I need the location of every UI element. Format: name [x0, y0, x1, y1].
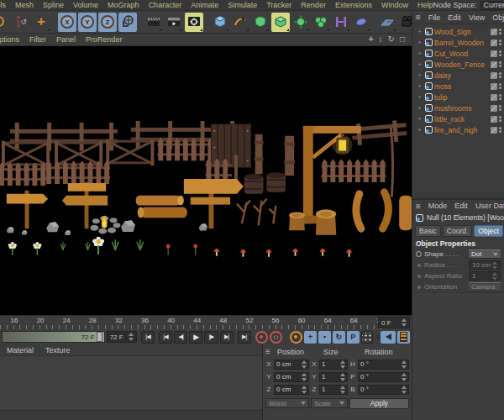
position-z-field[interactable]: 0 cm	[274, 385, 309, 395]
dolly-view-icon[interactable]: ↕	[379, 34, 383, 45]
object-row[interactable]: +Wood_Sign	[412, 26, 504, 37]
size-z-field[interactable]: 1	[319, 385, 348, 395]
expand-icon[interactable]: +	[416, 93, 423, 101]
go-to-start-button[interactable]: |◀	[141, 331, 155, 344]
menu-simulate[interactable]: Simulate	[228, 1, 257, 9]
texture-menu[interactable]: Texture	[45, 346, 71, 354]
previous-frame-button[interactable]: ◀|	[174, 331, 187, 344]
make-preview-button[interactable]	[397, 331, 410, 344]
menu-help[interactable]: Help	[417, 1, 433, 9]
menu-volume[interactable]: Volume	[73, 1, 98, 9]
timeline-ruler[interactable]: 16 20 24 28 32 36 40 44 48 52 56 60 64 6…	[0, 315, 412, 329]
layer-toggle-icon[interactable]	[491, 29, 497, 35]
spline-pen-button[interactable]	[231, 13, 249, 32]
size-y-field[interactable]: 1	[319, 372, 348, 382]
hamburger-icon[interactable]: ≡	[265, 347, 277, 356]
field-button[interactable]	[332, 13, 350, 32]
layer-toggle-icon[interactable]	[491, 83, 497, 90]
om-menu-objects[interactable]: Objects	[492, 13, 504, 22]
coordinate-space-dropdown[interactable]: World	[265, 398, 309, 408]
next-frame-button[interactable]: |▶	[204, 331, 218, 344]
stepper-icon[interactable]	[302, 360, 307, 369]
visibility-dots-icon[interactable]	[499, 29, 502, 35]
object-row[interactable]: +daisy	[412, 70, 504, 81]
position-record-toggle[interactable]: +	[304, 331, 317, 344]
pan-view-icon[interactable]: +	[369, 34, 374, 45]
layer-toggle-icon[interactable]	[491, 116, 497, 123]
rotation-record-toggle[interactable]: ↻	[333, 331, 345, 344]
stepper-icon[interactable]	[402, 386, 407, 394]
tab-coord[interactable]: Coord.	[443, 225, 473, 237]
expand-icon[interactable]: +	[416, 28, 423, 35]
visibility-dots-icon[interactable]	[499, 39, 502, 46]
lock-z-axis-button[interactable]: Z	[98, 13, 117, 32]
expand-icon[interactable]: +	[416, 39, 423, 46]
position-y-field[interactable]: 0 cm	[274, 372, 309, 382]
layer-toggle-icon[interactable]	[491, 127, 497, 134]
stepper-icon[interactable]	[302, 386, 307, 394]
viewport-menu-panel[interactable]: Panel	[56, 35, 76, 44]
expand-icon[interactable]: +	[416, 50, 423, 57]
hamburger-icon[interactable]: ≡	[416, 202, 421, 211]
record-keyframe-button[interactable]	[255, 331, 268, 344]
viewport-menu-options[interactable]: Options	[0, 35, 19, 44]
stepper-icon[interactable]	[402, 360, 407, 369]
stepper-icon[interactable]	[340, 386, 345, 394]
volume-button[interactable]	[312, 13, 330, 32]
material-menu[interactable]: Material	[7, 346, 34, 354]
layer-toggle-icon[interactable]	[491, 61, 497, 68]
rotation-h-field[interactable]: 0 °	[358, 360, 409, 370]
om-menu-edit[interactable]: Edit	[448, 13, 461, 22]
sound-toggle[interactable]	[381, 331, 396, 344]
render-view-button[interactable]	[144, 13, 163, 32]
menu-render[interactable]: Render	[301, 1, 326, 9]
om-menu-file[interactable]: File	[428, 13, 441, 22]
object-row[interactable]: +Wooden_Fence	[412, 59, 504, 70]
visibility-dots-icon[interactable]	[499, 116, 502, 123]
generator-button[interactable]	[271, 13, 290, 32]
hamburger-icon[interactable]: ≡	[416, 13, 421, 22]
maximize-view-icon[interactable]: □	[400, 34, 405, 45]
size-x-field[interactable]: 1	[319, 360, 348, 370]
position-x-field[interactable]: 0 cm	[274, 360, 309, 370]
apply-button[interactable]: Apply	[349, 398, 409, 409]
timeline-slider[interactable]: 72 F	[2, 331, 105, 343]
lock-y-axis-button[interactable]: Y	[78, 13, 97, 32]
viewport-menu-filter[interactable]: Filter	[29, 35, 46, 44]
viewport-3d[interactable]	[0, 46, 412, 315]
keyframe-selection-button[interactable]: ( )	[270, 331, 282, 344]
play-button[interactable]: ▶	[189, 331, 202, 344]
menu-window[interactable]: Window	[381, 1, 408, 9]
add-cube-button[interactable]	[211, 13, 229, 32]
layer-toggle-icon[interactable]	[491, 105, 497, 112]
visibility-dots-icon[interactable]	[499, 72, 502, 79]
rotation-p-field[interactable]: 0 °	[358, 372, 409, 382]
stepper-icon[interactable]	[302, 373, 307, 381]
expand-icon[interactable]: +	[416, 71, 423, 79]
render-settings-button[interactable]	[185, 13, 203, 32]
previous-key-button[interactable]: |◀	[159, 331, 172, 344]
menu-mesh[interactable]: Mesh	[15, 1, 34, 9]
rotation-b-field[interactable]: 0 °	[358, 385, 409, 395]
material-list-area[interactable]	[0, 356, 262, 410]
node-space-dropdown[interactable]: Current (Standard/Physical)	[480, 1, 504, 10]
object-row[interactable]: +tulip	[412, 92, 504, 102]
stepper-icon[interactable]	[402, 318, 407, 327]
deformer-button[interactable]	[291, 13, 310, 32]
menu-tracker[interactable]: Tracker	[266, 1, 291, 9]
go-to-end-button[interactable]: ▶|	[238, 331, 251, 344]
object-row[interactable]: +moss	[412, 81, 504, 92]
start-frame-field[interactable]: 0 F	[378, 317, 410, 328]
menu-animate[interactable]: Animate	[191, 1, 218, 9]
object-row[interactable]: +little_rock	[412, 113, 504, 124]
move-tool-button[interactable]: +	[32, 13, 50, 32]
stepper-icon[interactable]	[340, 360, 345, 369]
am-menu-userdata[interactable]: User Data	[475, 202, 504, 210]
shape-dropdown[interactable]: Dot	[469, 249, 501, 259]
render-picture-viewer-button[interactable]	[165, 13, 183, 32]
next-key-button[interactable]: ▶|	[220, 331, 234, 344]
stepper-icon[interactable]	[129, 333, 134, 341]
coordinate-mode-dropdown[interactable]: Scale	[311, 398, 348, 408]
stepper-icon[interactable]	[340, 373, 345, 381]
expand-icon[interactable]: +	[416, 126, 423, 134]
